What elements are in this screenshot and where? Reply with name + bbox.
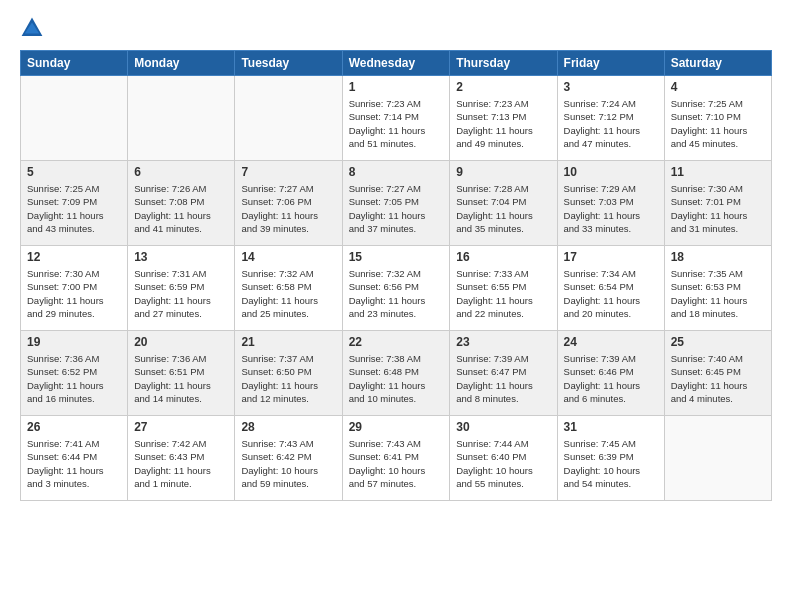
calendar-cell: 27Sunrise: 7:42 AM Sunset: 6:43 PM Dayli… <box>128 416 235 501</box>
day-info: Sunrise: 7:37 AM Sunset: 6:50 PM Dayligh… <box>241 352 335 405</box>
day-number: 6 <box>134 165 228 179</box>
calendar-cell: 8Sunrise: 7:27 AM Sunset: 7:05 PM Daylig… <box>342 161 450 246</box>
day-number: 22 <box>349 335 444 349</box>
day-info: Sunrise: 7:32 AM Sunset: 6:56 PM Dayligh… <box>349 267 444 320</box>
day-info: Sunrise: 7:23 AM Sunset: 7:13 PM Dayligh… <box>456 97 550 150</box>
calendar-cell: 31Sunrise: 7:45 AM Sunset: 6:39 PM Dayli… <box>557 416 664 501</box>
day-header-sunday: Sunday <box>21 51 128 76</box>
calendar-cell: 25Sunrise: 7:40 AM Sunset: 6:45 PM Dayli… <box>664 331 771 416</box>
calendar-cell: 10Sunrise: 7:29 AM Sunset: 7:03 PM Dayli… <box>557 161 664 246</box>
day-number: 23 <box>456 335 550 349</box>
day-number: 12 <box>27 250 121 264</box>
calendar-cell: 1Sunrise: 7:23 AM Sunset: 7:14 PM Daylig… <box>342 76 450 161</box>
day-info: Sunrise: 7:24 AM Sunset: 7:12 PM Dayligh… <box>564 97 658 150</box>
day-number: 15 <box>349 250 444 264</box>
calendar-cell: 12Sunrise: 7:30 AM Sunset: 7:00 PM Dayli… <box>21 246 128 331</box>
day-number: 5 <box>27 165 121 179</box>
day-info: Sunrise: 7:41 AM Sunset: 6:44 PM Dayligh… <box>27 437 121 490</box>
day-number: 8 <box>349 165 444 179</box>
calendar-cell <box>664 416 771 501</box>
day-info: Sunrise: 7:26 AM Sunset: 7:08 PM Dayligh… <box>134 182 228 235</box>
calendar-cell <box>235 76 342 161</box>
calendar-cell: 20Sunrise: 7:36 AM Sunset: 6:51 PM Dayli… <box>128 331 235 416</box>
day-info: Sunrise: 7:36 AM Sunset: 6:52 PM Dayligh… <box>27 352 121 405</box>
calendar-cell: 23Sunrise: 7:39 AM Sunset: 6:47 PM Dayli… <box>450 331 557 416</box>
day-info: Sunrise: 7:45 AM Sunset: 6:39 PM Dayligh… <box>564 437 658 490</box>
day-number: 29 <box>349 420 444 434</box>
day-number: 18 <box>671 250 765 264</box>
day-info: Sunrise: 7:43 AM Sunset: 6:42 PM Dayligh… <box>241 437 335 490</box>
day-info: Sunrise: 7:25 AM Sunset: 7:09 PM Dayligh… <box>27 182 121 235</box>
day-info: Sunrise: 7:32 AM Sunset: 6:58 PM Dayligh… <box>241 267 335 320</box>
calendar-cell: 19Sunrise: 7:36 AM Sunset: 6:52 PM Dayli… <box>21 331 128 416</box>
day-header-monday: Monday <box>128 51 235 76</box>
calendar-cell: 28Sunrise: 7:43 AM Sunset: 6:42 PM Dayli… <box>235 416 342 501</box>
day-info: Sunrise: 7:31 AM Sunset: 6:59 PM Dayligh… <box>134 267 228 320</box>
day-info: Sunrise: 7:43 AM Sunset: 6:41 PM Dayligh… <box>349 437 444 490</box>
day-number: 10 <box>564 165 658 179</box>
calendar-cell: 26Sunrise: 7:41 AM Sunset: 6:44 PM Dayli… <box>21 416 128 501</box>
day-info: Sunrise: 7:30 AM Sunset: 7:00 PM Dayligh… <box>27 267 121 320</box>
page-container: SundayMondayTuesdayWednesdayThursdayFrid… <box>0 0 792 612</box>
calendar-cell: 7Sunrise: 7:27 AM Sunset: 7:06 PM Daylig… <box>235 161 342 246</box>
day-header-tuesday: Tuesday <box>235 51 342 76</box>
day-info: Sunrise: 7:44 AM Sunset: 6:40 PM Dayligh… <box>456 437 550 490</box>
day-number: 19 <box>27 335 121 349</box>
day-number: 16 <box>456 250 550 264</box>
calendar-cell: 6Sunrise: 7:26 AM Sunset: 7:08 PM Daylig… <box>128 161 235 246</box>
calendar-cell: 17Sunrise: 7:34 AM Sunset: 6:54 PM Dayli… <box>557 246 664 331</box>
calendar-cell: 11Sunrise: 7:30 AM Sunset: 7:01 PM Dayli… <box>664 161 771 246</box>
day-number: 7 <box>241 165 335 179</box>
calendar-cell: 18Sunrise: 7:35 AM Sunset: 6:53 PM Dayli… <box>664 246 771 331</box>
week-row-1: 1Sunrise: 7:23 AM Sunset: 7:14 PM Daylig… <box>21 76 772 161</box>
calendar-cell: 15Sunrise: 7:32 AM Sunset: 6:56 PM Dayli… <box>342 246 450 331</box>
day-number: 24 <box>564 335 658 349</box>
week-row-4: 19Sunrise: 7:36 AM Sunset: 6:52 PM Dayli… <box>21 331 772 416</box>
calendar-cell: 5Sunrise: 7:25 AM Sunset: 7:09 PM Daylig… <box>21 161 128 246</box>
calendar-cell: 14Sunrise: 7:32 AM Sunset: 6:58 PM Dayli… <box>235 246 342 331</box>
day-number: 25 <box>671 335 765 349</box>
calendar-cell <box>21 76 128 161</box>
day-header-saturday: Saturday <box>664 51 771 76</box>
day-number: 1 <box>349 80 444 94</box>
day-number: 20 <box>134 335 228 349</box>
day-info: Sunrise: 7:39 AM Sunset: 6:46 PM Dayligh… <box>564 352 658 405</box>
day-info: Sunrise: 7:23 AM Sunset: 7:14 PM Dayligh… <box>349 97 444 150</box>
day-info: Sunrise: 7:38 AM Sunset: 6:48 PM Dayligh… <box>349 352 444 405</box>
day-header-wednesday: Wednesday <box>342 51 450 76</box>
logo <box>20 16 48 40</box>
day-info: Sunrise: 7:27 AM Sunset: 7:05 PM Dayligh… <box>349 182 444 235</box>
day-number: 4 <box>671 80 765 94</box>
day-number: 2 <box>456 80 550 94</box>
day-number: 30 <box>456 420 550 434</box>
day-number: 31 <box>564 420 658 434</box>
day-number: 11 <box>671 165 765 179</box>
day-header-friday: Friday <box>557 51 664 76</box>
day-number: 13 <box>134 250 228 264</box>
day-info: Sunrise: 7:34 AM Sunset: 6:54 PM Dayligh… <box>564 267 658 320</box>
calendar-cell: 30Sunrise: 7:44 AM Sunset: 6:40 PM Dayli… <box>450 416 557 501</box>
day-number: 17 <box>564 250 658 264</box>
calendar-cell: 21Sunrise: 7:37 AM Sunset: 6:50 PM Dayli… <box>235 331 342 416</box>
day-info: Sunrise: 7:25 AM Sunset: 7:10 PM Dayligh… <box>671 97 765 150</box>
day-number: 3 <box>564 80 658 94</box>
calendar-cell: 24Sunrise: 7:39 AM Sunset: 6:46 PM Dayli… <box>557 331 664 416</box>
calendar-cell: 29Sunrise: 7:43 AM Sunset: 6:41 PM Dayli… <box>342 416 450 501</box>
day-number: 27 <box>134 420 228 434</box>
day-info: Sunrise: 7:39 AM Sunset: 6:47 PM Dayligh… <box>456 352 550 405</box>
day-header-thursday: Thursday <box>450 51 557 76</box>
day-number: 26 <box>27 420 121 434</box>
day-info: Sunrise: 7:29 AM Sunset: 7:03 PM Dayligh… <box>564 182 658 235</box>
day-number: 14 <box>241 250 335 264</box>
day-number: 9 <box>456 165 550 179</box>
day-info: Sunrise: 7:36 AM Sunset: 6:51 PM Dayligh… <box>134 352 228 405</box>
calendar-cell: 9Sunrise: 7:28 AM Sunset: 7:04 PM Daylig… <box>450 161 557 246</box>
calendar-cell <box>128 76 235 161</box>
calendar-cell: 22Sunrise: 7:38 AM Sunset: 6:48 PM Dayli… <box>342 331 450 416</box>
calendar-cell: 3Sunrise: 7:24 AM Sunset: 7:12 PM Daylig… <box>557 76 664 161</box>
calendar-table: SundayMondayTuesdayWednesdayThursdayFrid… <box>20 50 772 501</box>
day-number: 28 <box>241 420 335 434</box>
day-info: Sunrise: 7:33 AM Sunset: 6:55 PM Dayligh… <box>456 267 550 320</box>
calendar-cell: 16Sunrise: 7:33 AM Sunset: 6:55 PM Dayli… <box>450 246 557 331</box>
header-row: SundayMondayTuesdayWednesdayThursdayFrid… <box>21 51 772 76</box>
